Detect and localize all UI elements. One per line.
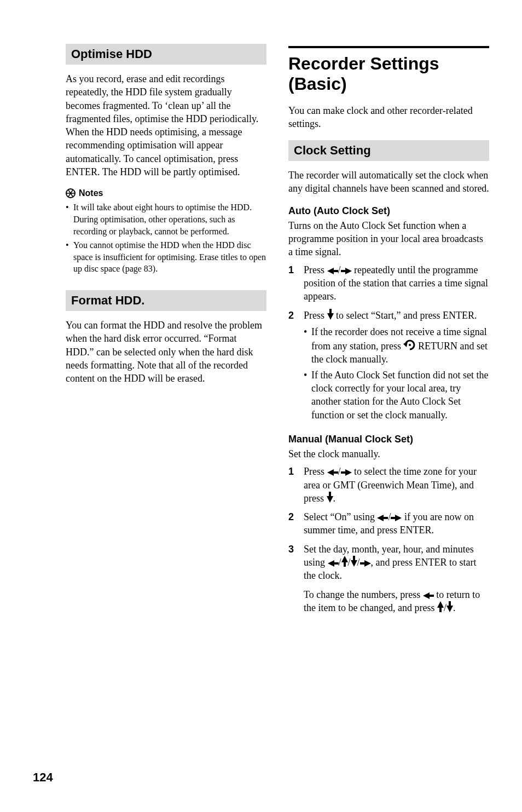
notes-label: Notes <box>79 188 103 198</box>
arrow-up-icon <box>437 601 444 612</box>
notes-icon <box>66 188 76 198</box>
format-hdd-body: You can format the HDD and resolve the p… <box>66 319 266 385</box>
arrow-left-icon <box>328 560 339 567</box>
step-text: . <box>333 493 336 504</box>
return-icon <box>403 338 415 350</box>
manual-step-3-note: To change the numbers, press to return t… <box>304 588 489 615</box>
arrow-right-icon <box>341 268 352 274</box>
step-text: to select “Start,” and press ENTER. <box>334 310 477 321</box>
step-text: Press <box>304 466 327 477</box>
manual-step-2: 2 Select “On” using / if you are now on … <box>288 510 489 537</box>
auto-clock-body: Turns on the Auto Clock Set function whe… <box>288 219 489 259</box>
step-number: 1 <box>288 263 296 303</box>
manual-step-1: 1 Press / to select the time zone for yo… <box>288 465 489 505</box>
notes-heading: Notes <box>66 188 266 198</box>
arrow-left-icon <box>377 515 388 521</box>
bullet-item: If the Auto Clock Set function did not s… <box>304 368 489 422</box>
arrow-right-icon <box>391 515 402 521</box>
auto-step-2: 2 Press to select “Start,” and press ENT… <box>288 309 489 424</box>
arrow-left-icon <box>423 592 434 599</box>
arrow-down-icon <box>446 601 453 612</box>
note-item: It will take about eight hours to optimi… <box>66 201 266 237</box>
arrow-left-icon <box>327 469 338 476</box>
arrow-left-icon <box>327 268 338 274</box>
notes-list: It will take about eight hours to optimi… <box>66 201 266 275</box>
arrow-down-icon <box>351 556 357 567</box>
clock-setting-header: Clock Setting <box>288 140 489 161</box>
manual-step-3: 3 Set the day, month, year, hour, and mi… <box>288 543 489 583</box>
manual-clock-heading: Manual (Manual Clock Set) <box>288 434 489 445</box>
note-text: . <box>453 602 456 613</box>
right-column: Recorder Settings (Basic) You can make c… <box>288 44 489 614</box>
clock-intro: The recorder will automatically set the … <box>288 169 489 195</box>
arrow-up-icon <box>341 556 348 567</box>
step-text: Press <box>304 310 327 321</box>
step-text: Select “On” using <box>304 511 377 522</box>
intro-text: You can make clock and other recorder-re… <box>288 104 489 131</box>
optimise-hdd-header: Optimise HDD <box>66 44 266 65</box>
step-number: 1 <box>288 465 296 505</box>
format-hdd-header: Format HDD. <box>66 290 266 311</box>
arrow-down-icon <box>327 492 333 503</box>
auto-clock-heading: Auto (Auto Clock Set) <box>288 205 489 217</box>
step-number: 3 <box>288 543 296 583</box>
auto-step-2-bullets: If the recorder does not receive a time … <box>304 325 489 422</box>
bullet-item: If the recorder does not receive a time … <box>304 325 489 366</box>
page-title: Recorder Settings (Basic) <box>288 46 489 94</box>
arrow-right-icon <box>360 560 371 567</box>
note-item: You cannot optimise the HDD when the HDD… <box>66 239 266 275</box>
manual-clock-body: Set the clock manually. <box>288 447 489 460</box>
page-number: 124 <box>33 770 53 785</box>
optimise-hdd-body: As you record, erase and edit recordings… <box>66 72 266 178</box>
left-column: Optimise HDD As you record, erase and ed… <box>66 44 266 614</box>
step-number: 2 <box>288 510 296 537</box>
step-number: 2 <box>288 309 296 424</box>
arrow-right-icon <box>341 469 352 476</box>
auto-step-1: 1 Press / repeatedly until the programme… <box>288 263 489 303</box>
step-text: Press <box>304 264 327 275</box>
arrow-down-icon <box>327 309 334 320</box>
note-text: To change the numbers, press <box>304 589 423 600</box>
